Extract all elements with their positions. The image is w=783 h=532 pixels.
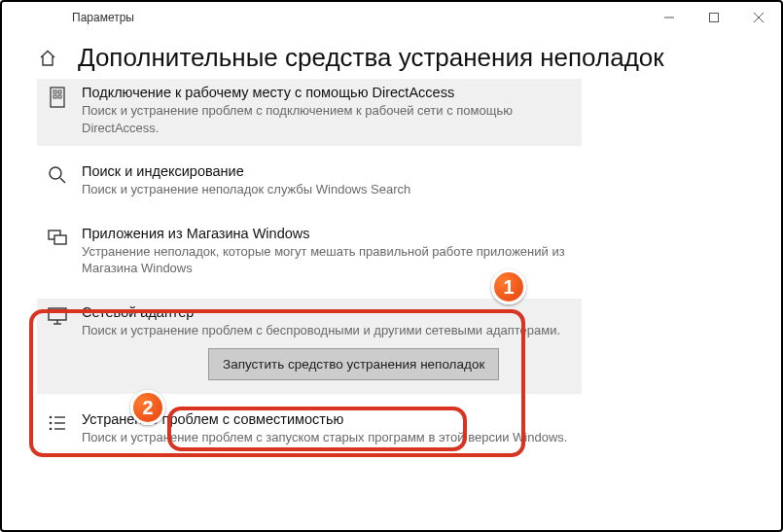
office-icon (45, 85, 70, 136)
item-title: Поиск и индексирование (82, 163, 574, 179)
header: Дополнительные средства устранения непол… (2, 33, 781, 79)
annotation-badge-2: 2 (130, 390, 165, 425)
troubleshooter-directaccess[interactable]: Подключение к рабочему месту с помощью D… (37, 79, 582, 146)
close-button[interactable] (736, 2, 781, 33)
troubleshooter-compatibility[interactable]: Устранение проблем с совместимостью Поис… (37, 406, 582, 456)
troubleshooter-search[interactable]: Поиск и индексирование Поиск и устранени… (37, 158, 582, 208)
window-title: Параметры (72, 11, 134, 24)
item-desc: Поиск и устранение проблем с беспроводны… (82, 322, 574, 339)
troubleshooter-list: Подключение к рабочему месту с помощью D… (2, 79, 781, 456)
svg-rect-6 (58, 90, 61, 93)
svg-rect-8 (58, 95, 61, 98)
item-title: Подключение к рабочему месту с помощью D… (82, 85, 574, 100)
svg-point-18 (50, 422, 53, 425)
troubleshooter-network-adapter[interactable]: Сетевой адаптер Поиск и устранение пробл… (37, 299, 582, 395)
list-icon (45, 411, 70, 446)
apps-icon (45, 226, 70, 277)
svg-line-10 (60, 178, 65, 183)
svg-rect-1 (710, 14, 719, 22)
window-controls (647, 2, 781, 33)
svg-point-9 (50, 167, 61, 179)
home-icon[interactable] (37, 48, 58, 69)
run-troubleshooter-button[interactable]: Запустить средство устранения неполадок (208, 348, 499, 380)
svg-rect-5 (53, 90, 56, 93)
svg-point-16 (50, 416, 53, 419)
svg-rect-4 (51, 88, 64, 107)
svg-point-20 (50, 428, 53, 431)
item-title: Приложения из Магазина Windows (82, 226, 574, 241)
item-title: Сетевой адаптер (82, 304, 574, 320)
item-desc: Поиск и устранение проблем с подключение… (82, 102, 574, 136)
svg-rect-12 (54, 235, 66, 244)
svg-rect-7 (53, 95, 56, 98)
item-desc: Поиск и устранение проблем с запуском ст… (82, 429, 574, 446)
minimize-button[interactable] (647, 2, 692, 33)
page-title: Дополнительные средства устранения непол… (78, 43, 664, 73)
svg-rect-13 (49, 308, 66, 320)
search-icon (45, 163, 70, 198)
monitor-icon (45, 304, 70, 381)
annotation-badge-1: 1 (491, 269, 526, 304)
item-desc: Поиск и устранение неполадок службы Wind… (82, 181, 574, 198)
maximize-button[interactable] (692, 2, 736, 33)
